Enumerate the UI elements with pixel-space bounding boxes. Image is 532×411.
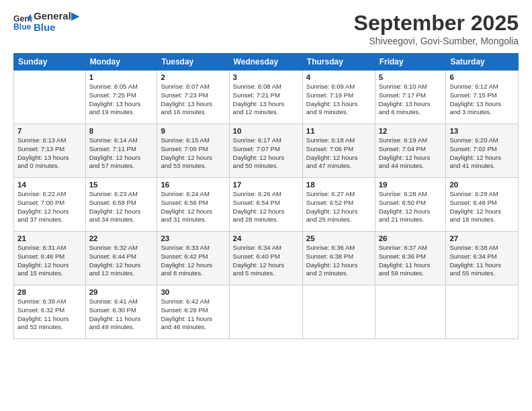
- day-cell: 19Sunrise: 6:28 AM Sunset: 6:50 PM Dayli…: [375, 178, 446, 232]
- day-cell: 6Sunrise: 6:12 AM Sunset: 7:15 PM Daylig…: [446, 71, 519, 124]
- day-cell: 26Sunrise: 6:37 AM Sunset: 6:36 PM Dayli…: [375, 232, 446, 285]
- day-number: 3: [233, 73, 299, 81]
- day-cell: 5Sunrise: 6:10 AM Sunset: 7:17 PM Daylig…: [375, 71, 446, 124]
- day-cell: 9Sunrise: 6:15 AM Sunset: 7:09 PM Daylig…: [157, 124, 229, 178]
- day-cell: 13Sunrise: 6:20 AM Sunset: 7:02 PM Dayli…: [446, 124, 519, 178]
- day-info: Sunrise: 6:24 AM Sunset: 6:56 PM Dayligh…: [161, 190, 225, 224]
- calendar-subtitle: Shiveegovi, Govi-Sumber, Mongolia: [354, 36, 519, 46]
- day-info: Sunrise: 6:05 AM Sunset: 7:25 PM Dayligh…: [89, 83, 154, 117]
- day-header-tuesday: Tuesday: [157, 54, 229, 71]
- day-cell: 15Sunrise: 6:23 AM Sunset: 6:58 PM Dayli…: [85, 178, 157, 232]
- day-info: Sunrise: 6:37 AM Sunset: 6:36 PM Dayligh…: [379, 244, 443, 278]
- day-cell: 27Sunrise: 6:38 AM Sunset: 6:34 PM Dayli…: [446, 232, 519, 285]
- day-number: 23: [161, 234, 225, 242]
- logo: General Blue General▶ Blue: [13, 11, 79, 33]
- day-number: 27: [449, 234, 515, 242]
- day-info: Sunrise: 6:34 AM Sunset: 6:40 PM Dayligh…: [233, 244, 299, 278]
- day-number: 24: [233, 234, 299, 242]
- day-cell: [302, 285, 375, 339]
- day-info: Sunrise: 6:28 AM Sunset: 6:50 PM Dayligh…: [379, 190, 443, 224]
- day-number: 6: [449, 73, 515, 81]
- day-cell: 14Sunrise: 6:22 AM Sunset: 7:00 PM Dayli…: [14, 178, 86, 232]
- day-number: 14: [17, 181, 82, 189]
- day-info: Sunrise: 6:18 AM Sunset: 7:06 PM Dayligh…: [306, 136, 371, 171]
- day-number: 2: [161, 73, 225, 81]
- day-cell: 16Sunrise: 6:24 AM Sunset: 6:56 PM Dayli…: [157, 178, 229, 232]
- day-number: 22: [89, 234, 154, 242]
- day-number: 10: [233, 127, 299, 135]
- day-info: Sunrise: 6:39 AM Sunset: 6:32 PM Dayligh…: [17, 298, 82, 332]
- day-info: Sunrise: 6:27 AM Sunset: 6:52 PM Dayligh…: [306, 190, 371, 224]
- title-block: September 2025 Shiveegovi, Govi-Sumber, …: [354, 11, 519, 46]
- day-number: 7: [17, 127, 82, 135]
- day-info: Sunrise: 6:17 AM Sunset: 7:07 PM Dayligh…: [233, 136, 299, 171]
- calendar-table: SundayMondayTuesdayWednesdayThursdayFrid…: [13, 53, 519, 339]
- week-row-5: 28Sunrise: 6:39 AM Sunset: 6:32 PM Dayli…: [14, 285, 519, 339]
- day-info: Sunrise: 6:20 AM Sunset: 7:02 PM Dayligh…: [449, 136, 515, 171]
- day-cell: 3Sunrise: 6:08 AM Sunset: 7:21 PM Daylig…: [229, 71, 302, 124]
- day-info: Sunrise: 6:36 AM Sunset: 6:38 PM Dayligh…: [306, 244, 371, 278]
- day-cell: 25Sunrise: 6:36 AM Sunset: 6:38 PM Dayli…: [302, 232, 375, 285]
- day-info: Sunrise: 6:31 AM Sunset: 6:46 PM Dayligh…: [17, 244, 82, 278]
- day-info: Sunrise: 6:23 AM Sunset: 6:58 PM Dayligh…: [89, 190, 154, 224]
- day-info: Sunrise: 6:26 AM Sunset: 6:54 PM Dayligh…: [233, 190, 299, 224]
- day-number: 16: [161, 181, 225, 189]
- day-info: Sunrise: 6:29 AM Sunset: 6:48 PM Dayligh…: [449, 190, 515, 224]
- day-header-sunday: Sunday: [14, 54, 86, 71]
- day-header-monday: Monday: [85, 54, 157, 71]
- logo-line2: Blue: [34, 22, 79, 34]
- day-cell: 17Sunrise: 6:26 AM Sunset: 6:54 PM Dayli…: [229, 178, 302, 232]
- day-number: 17: [233, 181, 299, 189]
- day-info: Sunrise: 6:22 AM Sunset: 7:00 PM Dayligh…: [17, 190, 82, 224]
- day-number: 13: [449, 127, 515, 135]
- day-info: Sunrise: 6:41 AM Sunset: 6:30 PM Dayligh…: [89, 298, 154, 332]
- day-cell: 18Sunrise: 6:27 AM Sunset: 6:52 PM Dayli…: [302, 178, 375, 232]
- week-row-2: 7Sunrise: 6:13 AM Sunset: 7:13 PM Daylig…: [14, 124, 519, 178]
- day-cell: 23Sunrise: 6:33 AM Sunset: 6:42 PM Dayli…: [157, 232, 229, 285]
- day-header-thursday: Thursday: [302, 54, 375, 71]
- logo-line1: General▶: [34, 11, 79, 22]
- day-number: 19: [379, 181, 443, 189]
- day-number: 9: [161, 127, 225, 135]
- day-number: 5: [379, 73, 443, 81]
- day-info: Sunrise: 6:38 AM Sunset: 6:34 PM Dayligh…: [449, 244, 515, 278]
- day-info: Sunrise: 6:13 AM Sunset: 7:13 PM Dayligh…: [17, 136, 82, 171]
- week-row-3: 14Sunrise: 6:22 AM Sunset: 7:00 PM Dayli…: [14, 178, 519, 232]
- day-header-saturday: Saturday: [446, 54, 519, 71]
- day-number: 26: [379, 234, 443, 242]
- day-number: 11: [306, 127, 371, 135]
- day-info: Sunrise: 6:19 AM Sunset: 7:04 PM Dayligh…: [379, 136, 443, 171]
- day-cell: 30Sunrise: 6:42 AM Sunset: 6:28 PM Dayli…: [157, 285, 229, 339]
- day-number: 8: [89, 127, 154, 135]
- day-cell: 22Sunrise: 6:32 AM Sunset: 6:44 PM Dayli…: [85, 232, 157, 285]
- day-number: 1: [89, 73, 154, 81]
- header: General Blue General▶ Blue September 202…: [13, 11, 519, 46]
- day-info: Sunrise: 6:32 AM Sunset: 6:44 PM Dayligh…: [89, 244, 154, 278]
- day-number: 25: [306, 234, 371, 242]
- day-cell: [14, 71, 86, 124]
- day-header-wednesday: Wednesday: [229, 54, 302, 71]
- day-cell: [229, 285, 302, 339]
- svg-text:Blue: Blue: [13, 22, 32, 32]
- day-cell: 1Sunrise: 6:05 AM Sunset: 7:25 PM Daylig…: [85, 71, 157, 124]
- day-header-row: SundayMondayTuesdayWednesdayThursdayFrid…: [14, 54, 519, 71]
- day-number: 18: [306, 181, 371, 189]
- calendar-page: General Blue General▶ Blue September 202…: [0, 0, 532, 411]
- day-number: 15: [89, 181, 154, 189]
- day-cell: 29Sunrise: 6:41 AM Sunset: 6:30 PM Dayli…: [85, 285, 157, 339]
- day-cell: 8Sunrise: 6:14 AM Sunset: 7:11 PM Daylig…: [85, 124, 157, 178]
- day-cell: 20Sunrise: 6:29 AM Sunset: 6:48 PM Dayli…: [446, 178, 519, 232]
- calendar-title: September 2025: [354, 11, 519, 36]
- day-info: Sunrise: 6:33 AM Sunset: 6:42 PM Dayligh…: [161, 244, 225, 278]
- day-cell: 7Sunrise: 6:13 AM Sunset: 7:13 PM Daylig…: [14, 124, 86, 178]
- day-info: Sunrise: 6:14 AM Sunset: 7:11 PM Dayligh…: [89, 136, 154, 171]
- day-cell: 2Sunrise: 6:07 AM Sunset: 7:23 PM Daylig…: [157, 71, 229, 124]
- day-info: Sunrise: 6:10 AM Sunset: 7:17 PM Dayligh…: [379, 83, 443, 117]
- day-cell: 21Sunrise: 6:31 AM Sunset: 6:46 PM Dayli…: [14, 232, 86, 285]
- day-cell: [375, 285, 446, 339]
- day-cell: 12Sunrise: 6:19 AM Sunset: 7:04 PM Dayli…: [375, 124, 446, 178]
- day-cell: 11Sunrise: 6:18 AM Sunset: 7:06 PM Dayli…: [302, 124, 375, 178]
- week-row-4: 21Sunrise: 6:31 AM Sunset: 6:46 PM Dayli…: [14, 232, 519, 285]
- week-row-1: 1Sunrise: 6:05 AM Sunset: 7:25 PM Daylig…: [14, 71, 519, 124]
- day-number: 21: [17, 234, 82, 242]
